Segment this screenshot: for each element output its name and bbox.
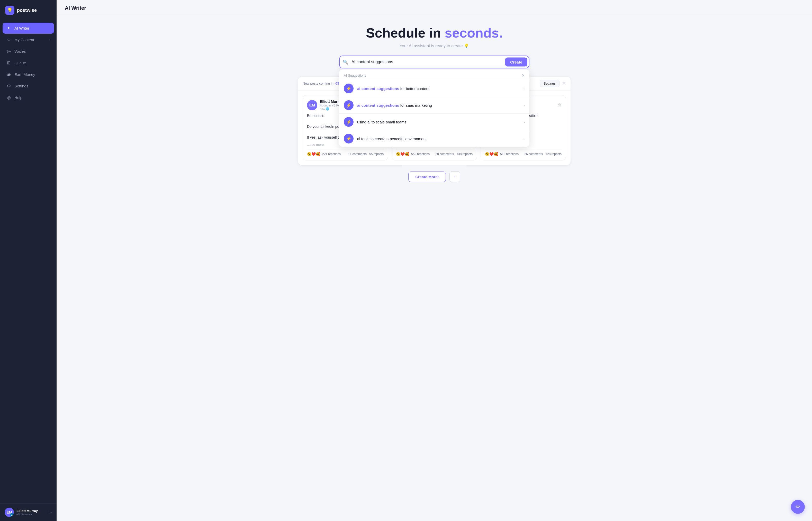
suggestion-text-3: using ai to scale small teams (357, 120, 520, 124)
nav-label-ai-writer: AI Writer (15, 26, 29, 30)
search-input[interactable] (339, 55, 529, 68)
sidebar-item-settings[interactable]: ⚙ Settings (3, 81, 54, 92)
sidebar-user: EM in Elliott Murray elliottmurray ··· (0, 503, 56, 521)
nav-icon-my-content: ☆ (6, 37, 11, 42)
sidebar-item-voices[interactable]: ◎ Voices (3, 46, 54, 57)
suggestion-text-4: ai tools to create a peaceful environmen… (357, 137, 520, 141)
nav-icon-help: ◎ (6, 95, 11, 100)
main-content: AI Writer Schedule in seconds. Your AI a… (56, 0, 812, 521)
post-reactions-3: 😮❤️🥰 512 reactions 26 comments 128 repos… (485, 149, 561, 156)
nav-label-queue: Queue (15, 61, 26, 65)
user-options-button[interactable]: ··· (49, 510, 52, 515)
suggestions-header: AI Suggestions ✕ (339, 69, 529, 80)
nav-icon-voices: ◎ (6, 49, 11, 54)
suggestion-bolt-2: ⚡ (344, 100, 353, 110)
avatar: EM in (5, 507, 14, 517)
page-title: AI Writer (65, 5, 86, 11)
nav-label-help: Help (15, 95, 22, 100)
suggestion-bolt-4: ⚡ (344, 134, 353, 143)
hero-subtitle: Your AI assistant is ready to create 💡 (399, 43, 469, 48)
nav-icon-settings: ⚙ (6, 83, 11, 89)
suggestion-arrow-3: › (524, 120, 525, 124)
sidebar-item-queue[interactable]: ⊞ Queue (3, 58, 54, 68)
post-reactions-1: 😮❤️🥰 221 reactions 11 comments 55 repost… (307, 149, 384, 156)
nav-label-my-content: My Content (15, 38, 34, 42)
suggestions-dropdown: AI Suggestions ✕ ⚡ ai content suggestion… (339, 69, 529, 147)
nav-icon-queue: ⊞ (6, 60, 11, 66)
suggestion-text-1: ai content suggestions for better conten… (357, 86, 520, 91)
nav-icon-earn-money: ◉ (6, 72, 11, 77)
fab-edit-button[interactable]: ✏ (791, 500, 805, 514)
search-container: 🔍 ✕ Create AI Suggestions ✕ ⚡ ai content… (339, 55, 529, 68)
suggestion-arrow-4: › (524, 137, 525, 141)
suggestion-item-1[interactable]: ⚡ ai content suggestions for better cont… (339, 80, 529, 97)
nav-label-earn-money: Earn Money (15, 72, 35, 77)
nav-label-voices: Voices (15, 49, 26, 53)
linkedin-badge: in (10, 513, 14, 517)
suggestion-item-4[interactable]: ⚡ ai tools to create a peaceful environm… (339, 130, 529, 147)
hero-title: Schedule in seconds. (366, 26, 503, 40)
create-button[interactable]: Create (505, 58, 527, 67)
logo-icon: 💡 (5, 6, 15, 15)
main-body: Schedule in seconds. Your AI assistant i… (56, 16, 812, 521)
post-reactions-2: 😮❤️🥰 552 reactions 28 comments 138 repos… (396, 149, 472, 156)
suggestion-bolt-3: ⚡ (344, 117, 353, 127)
suggestion-item-2[interactable]: ⚡ ai content suggestions for saas market… (339, 97, 529, 113)
posts-topbar-actions: Settings ✕ (540, 80, 566, 87)
sidebar-nav: ✦ AI Writer ☆ My Content › ◎ Voices ⊞ Qu… (0, 21, 56, 503)
suggestions-close-button[interactable]: ✕ (521, 73, 525, 78)
suggestion-item-3[interactable]: ⚡ using ai to scale small teams › (339, 113, 529, 130)
search-icon: 🔍 (343, 60, 348, 65)
suggestion-text-2: ai content suggestions for saas marketin… (357, 103, 520, 108)
suggestion-arrow-1: › (524, 86, 525, 91)
suggestion-bolt-1: ⚡ (344, 84, 353, 93)
logo: 💡 postwise (0, 0, 56, 21)
sidebar-item-my-content[interactable]: ☆ My Content › (3, 34, 54, 45)
bottom-bar: Create More! ↑ (402, 165, 466, 188)
post-avatar-1: EM (307, 100, 317, 110)
scroll-up-button[interactable]: ↑ (449, 171, 460, 182)
create-more-button[interactable]: Create More! (408, 172, 446, 182)
page-header: AI Writer (56, 0, 812, 16)
posts-settings-button[interactable]: Settings (540, 80, 559, 87)
sidebar-item-ai-writer[interactable]: ✦ AI Writer (3, 23, 54, 34)
suggestion-arrow-2: › (524, 103, 525, 108)
user-info: Elliott Murray elliottmurray (17, 509, 46, 516)
sidebar: 💡 postwise ✦ AI Writer ☆ My Content › ◎ … (0, 0, 56, 521)
nav-icon-ai-writer: ✦ (6, 25, 11, 31)
user-name: Elliott Murray (17, 509, 46, 513)
sidebar-item-earn-money[interactable]: ◉ Earn Money (3, 69, 54, 80)
post-star-button-3[interactable]: ☆ (558, 103, 561, 108)
nav-arrow-my-content: › (49, 38, 50, 42)
nav-label-settings: Settings (15, 84, 28, 88)
user-handle: elliottmurray (17, 513, 46, 516)
posts-close-button[interactable]: ✕ (562, 80, 566, 87)
sidebar-item-help[interactable]: ◎ Help (3, 92, 54, 103)
logo-text: postwise (17, 8, 37, 13)
